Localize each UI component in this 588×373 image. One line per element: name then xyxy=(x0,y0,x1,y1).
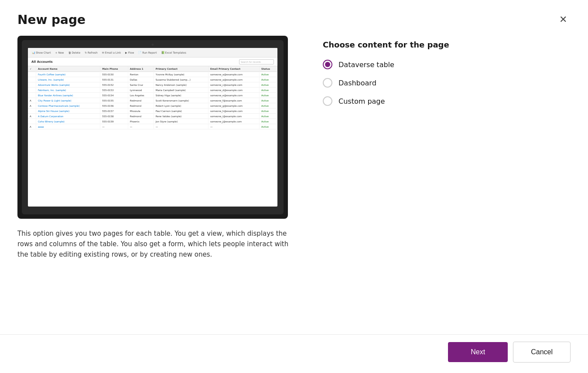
col-status: Status xyxy=(259,66,277,72)
table-row: ACity Power & Light (sample)555-0155Redm… xyxy=(28,98,277,103)
toolbar-email: ✉ Email a Link xyxy=(101,51,122,54)
radio-dashboard[interactable] xyxy=(323,78,332,88)
option-custom-page-label: Custom page xyxy=(338,97,385,105)
right-panel: Choose content for the page Dataverse ta… xyxy=(323,36,571,330)
close-button[interactable]: ✕ xyxy=(556,12,571,27)
toolbar-run-report: 📄 Run Report xyxy=(137,51,158,54)
table-row: AA Datum Corporation555-0158RedmondRene … xyxy=(28,114,277,119)
tablet-camera xyxy=(152,44,154,46)
screen-table: ✓ Account Name Main Phone Address 1 Prim… xyxy=(28,66,277,129)
table-row: Litware, Inc. (sample)555-0131DallasSusa… xyxy=(28,77,277,82)
screen-table-container: ✓ Account Name Main Phone Address 1 Prim… xyxy=(28,66,277,207)
screen-toolbar: 📊 Show Chart + New 🗑 Delete ↻ Refresh ✉ … xyxy=(28,48,277,58)
radio-group: Dataverse table Dashboard Custom page xyxy=(323,60,571,106)
option-dataverse-label: Dataverse table xyxy=(338,61,394,69)
table-row: AContoso Pharmaceuticals (sample)555-015… xyxy=(28,103,277,109)
table-row: Coho Winery (sample)555-0159PhoenixJon S… xyxy=(28,119,277,124)
col-account-name: Account Name xyxy=(36,66,100,72)
option-custom-page[interactable]: Custom page xyxy=(323,96,571,106)
col-primary-contact: Primary Contact xyxy=(154,66,208,72)
search-placeholder: Search for records xyxy=(241,61,261,63)
table-row: Adventure Works (sample)555-0152Santa Cr… xyxy=(28,82,277,88)
option-dashboard-label: Dashboard xyxy=(338,79,376,87)
toolbar-delete: 🗑 Delete xyxy=(67,51,82,54)
preview-image: 📊 Show Chart + New 🗑 Delete ↻ Refresh ✉ … xyxy=(17,36,288,219)
table-row: Alpine Ski House (sample)555-0157Missoul… xyxy=(28,109,277,114)
cancel-button[interactable]: Cancel xyxy=(513,342,571,363)
col-check: ✓ xyxy=(28,66,36,72)
screen-subheader: All Accounts Search for records xyxy=(28,58,277,66)
option-dashboard[interactable]: Dashboard xyxy=(323,78,571,88)
left-panel: 📊 Show Chart + New 🗑 Delete ↻ Refresh ✉ … xyxy=(17,36,297,330)
radio-custom-page[interactable] xyxy=(323,96,332,106)
toolbar-new: + New xyxy=(54,51,65,54)
toolbar-show-chart: 📊 Show Chart xyxy=(31,51,52,54)
next-button[interactable]: Next xyxy=(448,342,508,362)
new-page-dialog: New page ✕ 📊 Show Chart + New 🗑 Delete ↻… xyxy=(0,0,588,373)
radio-dataverse[interactable] xyxy=(323,60,332,69)
dialog-body: 📊 Show Chart + New 🗑 Delete ↻ Refresh ✉ … xyxy=(0,36,588,330)
table-row: Aaaaa————Active xyxy=(28,124,277,129)
table-row: Blue Yonder Airlines (sample)555-0154Los… xyxy=(28,93,277,98)
col-address: Address 1 xyxy=(128,66,154,72)
screen-search: Search for records xyxy=(239,59,274,64)
dialog-title: New page xyxy=(17,13,85,27)
col-phone: Main Phone xyxy=(100,66,128,72)
tablet-screen: 📊 Show Chart + New 🗑 Delete ↻ Refresh ✉ … xyxy=(28,48,277,207)
table-row: Fourth Coffee (sample)555-0150RentonYvon… xyxy=(28,72,277,77)
dialog-footer: Next Cancel xyxy=(0,334,588,373)
col-email: Email Primary Contact xyxy=(209,66,260,72)
table-row: Fabrikam, Inc. (sample)555-0153LynnwoodM… xyxy=(28,88,277,93)
toolbar-refresh: ↻ Refresh xyxy=(83,51,99,54)
option-dataverse[interactable]: Dataverse table xyxy=(323,60,571,69)
toolbar-excel: 📗 Excel Templates xyxy=(160,51,188,54)
toolbar-flow: ▶ Flow xyxy=(124,51,135,54)
choose-title: Choose content for the page xyxy=(323,40,571,49)
description-text: This option gives you two pages for each… xyxy=(17,228,297,260)
dialog-header: New page ✕ xyxy=(0,0,588,36)
screen-table-title: All Accounts xyxy=(31,60,53,64)
tablet-frame: 📊 Show Chart + New 🗑 Delete ↻ Refresh ✉ … xyxy=(22,40,284,214)
